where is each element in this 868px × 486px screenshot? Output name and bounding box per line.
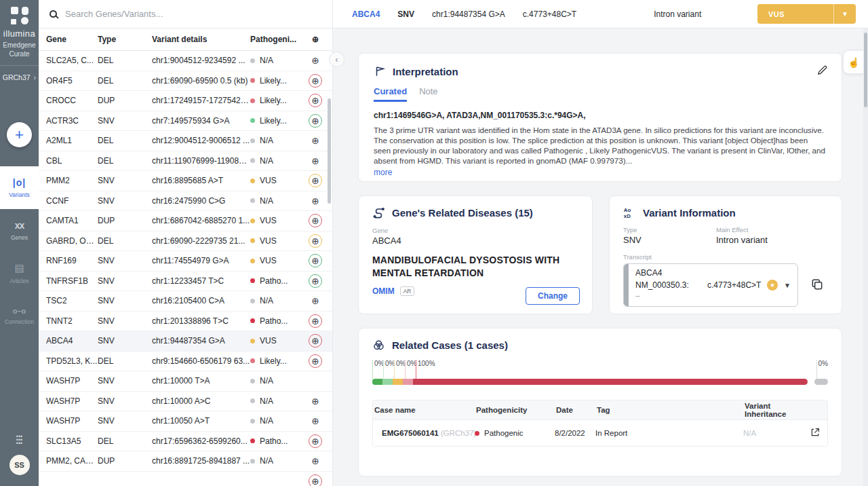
globe-icon[interactable]: ⊕	[309, 474, 322, 486]
table-row[interactable]: SLC2A5, C... DEL chr1:9004512-9234592 ..…	[39, 51, 332, 71]
cell-type: DEL	[98, 56, 152, 65]
cell-type: SNV	[98, 276, 152, 286]
pathogenicity-label: VUS	[260, 216, 277, 225]
table-row[interactable]: ABCA4 SNV chr1:94487354 G>A VUS ⊕	[39, 331, 332, 352]
panel-scrollbar-track[interactable]	[863, 29, 868, 486]
table-row[interactable]: OR4F5 DEL chr1:69090-69590 0.5 (kb) Like…	[39, 71, 332, 92]
sidebar-item-articles[interactable]: ▤ Articles	[0, 252, 39, 295]
table-row[interactable]: WASH7P SNV chr1:10000 A>C N/A ⊕	[39, 392, 332, 412]
genome-build-selector[interactable]: GRCh37 ›	[3, 73, 37, 81]
transcript-cdna: c.4773+48C>T	[707, 280, 761, 290]
hand-pointer-icon: ☝	[848, 57, 859, 68]
globe-icon[interactable]: ⊕	[309, 214, 322, 227]
copy-button[interactable]	[810, 278, 824, 293]
case-name[interactable]: EMG675060141	[382, 429, 439, 437]
edit-interpretation-button[interactable]	[816, 64, 828, 78]
globe-icon[interactable]: ⊕	[309, 154, 322, 168]
change-disease-button[interactable]: Change	[526, 287, 580, 305]
globe-icon[interactable]: ⊕	[309, 54, 322, 67]
pathogenicity-dot	[250, 118, 255, 123]
chevron-down-icon[interactable]: ▼	[833, 4, 856, 24]
collapse-panel-button[interactable]: ‹	[329, 52, 344, 67]
globe-icon[interactable]: ⊕	[309, 274, 322, 288]
tab-curated[interactable]: Curated	[374, 86, 407, 102]
classification-button[interactable]: VUS ▼	[757, 4, 856, 24]
pathogenicity-dot	[250, 98, 255, 103]
globe-icon[interactable]: ⊕	[309, 74, 322, 88]
table-row[interactable]: TNNT2 SNV chr1:201338896 T>C Patho... ⊕	[39, 312, 332, 332]
sidebar-item-variants[interactable]: |o| Variants	[0, 166, 39, 209]
table-row[interactable]: TNFRSF1B SNV chr1:12233457 T>C Patho... …	[39, 272, 332, 292]
app-grid-icon[interactable]: •••••••••	[16, 435, 22, 445]
cell-type: SNV	[98, 376, 152, 386]
table-row[interactable]: CROCC DUP chr1:17249157-17275421 ... Lik…	[39, 91, 332, 111]
table-row[interactable]: WASH7P SNV chr1:10050 A>T N/A ⊕	[39, 411, 332, 432]
cell-variant-details: chr16:8891725-8941887 ...	[152, 456, 250, 466]
globe-icon[interactable]: ⊕	[309, 174, 322, 187]
globe-icon[interactable]: ⊕	[309, 414, 322, 428]
globe-icon[interactable]: ⊕	[309, 394, 322, 408]
transcript-selector[interactable]: ABCA4 NM_000350.3: c.4773+48C>T ★ ▼ --	[623, 263, 798, 307]
column-header-type[interactable]: Type	[98, 35, 152, 44]
more-link[interactable]: more	[374, 168, 392, 177]
panel-scrollbar-thumb[interactable]	[864, 33, 867, 107]
search-input[interactable]	[65, 9, 269, 19]
table-row[interactable]: SLC13A5 DEL chr17:6596362-6599260... Pat…	[39, 432, 332, 452]
table-row[interactable]: ACTR3C SNV chr7:149575934 G>A Likely... …	[39, 111, 332, 132]
column-header-gene[interactable]: Gene	[39, 35, 98, 44]
add-button[interactable]: +	[7, 122, 32, 147]
table-row[interactable]: TPD52L3, K... DEL chr9:154660-6506179 63…	[39, 352, 332, 372]
case-row[interactable]: EMG675060141 (GRCh37) Pathogenic 8/2/202…	[373, 419, 827, 446]
table-row[interactable]: CCNF SNV chr16:2475990 C>G N/A ⊕	[39, 191, 332, 212]
table-row[interactable]: CAMTA1 DUP chr1:6867042-6885270 1... VUS…	[39, 211, 332, 231]
table-row[interactable]: RNF169 SNV chr11:74554979 G>A VUS ⊕	[39, 251, 332, 272]
bar-segment	[393, 379, 403, 385]
table-row[interactable]: PMM2 SNV chr16:8895685 A>T VUS ⊕	[39, 171, 332, 191]
globe-icon[interactable]: ⊕	[309, 194, 322, 208]
variant-gene-link[interactable]: ABCA4	[352, 10, 380, 19]
globe-icon[interactable]: ⊕	[309, 254, 322, 267]
globe-column-header-icon: ⊕	[302, 35, 329, 44]
cell-variant-details: chr1:69090-69590 0.5 (kb)	[152, 76, 250, 86]
cell-pathogenicity: Patho...	[250, 316, 302, 326]
table-row[interactable]: A2ML1 DEL chr12:9004512-9006512 ... N/A …	[39, 131, 332, 151]
omim-link[interactable]: OMIM	[372, 286, 395, 296]
gene-label: Gene	[372, 227, 578, 234]
open-case-button[interactable]	[803, 427, 827, 440]
globe-icon[interactable]: ⊕	[309, 334, 322, 348]
external-link-icon	[810, 427, 821, 438]
tab-note[interactable]: Note	[419, 86, 437, 102]
user-avatar[interactable]: SS	[9, 455, 30, 475]
variant-effect: Intron variant	[654, 10, 701, 19]
sidebar-item-connection[interactable]: o–o Connection	[0, 295, 39, 337]
table-row[interactable]: GABRD, OR... DEL chr1:69090-2229735 21..…	[39, 231, 332, 252]
globe-icon[interactable]: ⊕	[309, 434, 322, 448]
actions-tab[interactable]: ☝	[843, 50, 864, 74]
variants-table-panel: Gene Type Variant details Pathogeni... ⊕…	[39, 0, 333, 486]
table-row[interactable]: TSC2 SNV chr16:2105400 C>A N/A ⊕	[39, 291, 332, 312]
globe-icon[interactable]: ⊕	[309, 114, 322, 128]
sidebar-item-genes[interactable]: xx Genes	[0, 209, 39, 252]
table-row[interactable]: WASH7P SNV chr1:10000 T>A N/A ⊕	[39, 371, 332, 392]
globe-icon[interactable]: ⊕	[309, 134, 322, 147]
globe-icon[interactable]: ⊕	[309, 354, 322, 368]
cell-gene: TNFRSF1B	[39, 276, 98, 286]
globe-icon[interactable]: ⊕	[309, 294, 322, 307]
table-scrollbar[interactable]	[328, 98, 331, 204]
table-row[interactable]: CBL DEL chr11:119076999-1190808... N/A ⊕	[39, 151, 332, 172]
column-header-details[interactable]: Variant details	[152, 35, 250, 44]
chevron-down-icon[interactable]: ▼	[784, 282, 791, 289]
pathogenicity-label: Patho...	[260, 276, 288, 286]
table-row[interactable]: ⊕	[39, 472, 332, 486]
globe-icon[interactable]: ⊕	[309, 314, 322, 328]
column-header-pathogenicity[interactable]: Pathogeni...	[250, 35, 302, 44]
cell-gene: PMM2	[39, 176, 98, 185]
table-row[interactable]: PMM2, CAR... DUP chr16:8891725-8941887 .…	[39, 451, 332, 472]
pathogenicity-dot	[250, 379, 255, 384]
globe-icon[interactable]: ⊕	[309, 454, 322, 468]
case-pathogenicity: Pathogenic	[484, 429, 524, 437]
globe-icon[interactable]: ⊕	[309, 94, 322, 107]
card-title: Related Cases (1 cases)	[392, 339, 508, 351]
globe-icon[interactable]: ⊕	[309, 234, 322, 248]
cell-pathogenicity: N/A	[250, 136, 302, 145]
